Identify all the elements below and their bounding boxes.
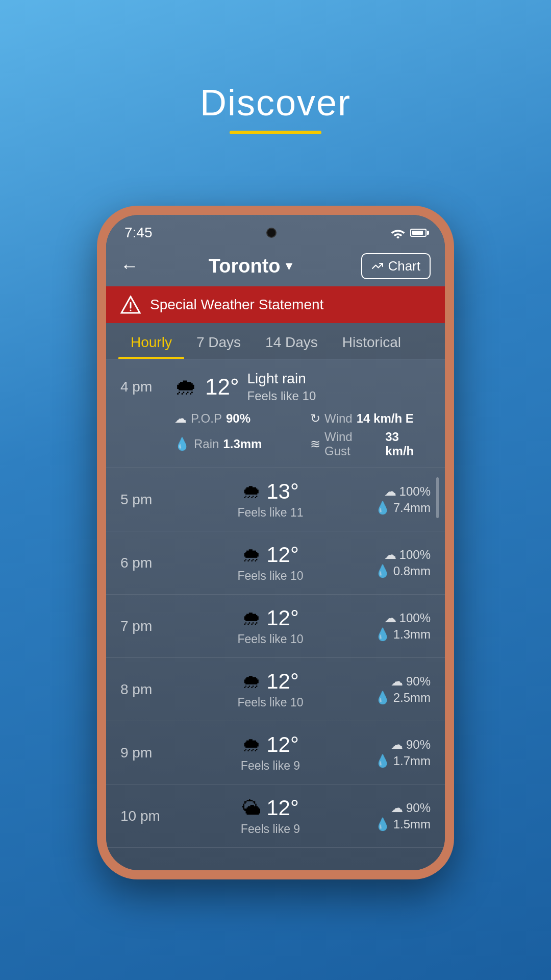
- drop-icon-10pm: 💧: [375, 817, 390, 831]
- weather-list: 4 pm 🌧 12° Light rain Feels like 10 ☁ P.…: [106, 359, 445, 870]
- temp-8pm: 12°: [266, 669, 299, 694]
- cloud-icon-8pm: ☁: [391, 674, 403, 689]
- city-selector[interactable]: Toronto ▾: [209, 255, 292, 277]
- temp-10pm: 12°: [266, 796, 299, 820]
- app-header: ← Toronto ▾ Chart: [106, 246, 445, 286]
- detail-rain: 💧 Rain 1.3mm: [174, 430, 295, 458]
- detail-wind: ↻ Wind 14 km/h E: [310, 411, 431, 426]
- right-9pm: ☁ 90% 💧 1.7mm: [369, 738, 431, 768]
- svg-point-0: [397, 236, 399, 238]
- weather-item-4pm[interactable]: 4 pm 🌧 12° Light rain Feels like 10 ☁ P.…: [106, 359, 445, 468]
- alert-banner[interactable]: Special Weather Statement: [106, 286, 445, 323]
- time-4pm: 4 pm: [120, 379, 166, 395]
- time-9pm: 9 pm: [120, 745, 171, 761]
- center-10pm: 🌥 12° Feels like 9: [171, 796, 369, 836]
- right-6pm: ☁ 100% 💧 0.8mm: [369, 548, 431, 578]
- cloud-small-icon: ☁: [174, 411, 187, 426]
- chart-label: Chart: [388, 258, 420, 274]
- weather-item-9pm[interactable]: 9 pm 🌧 12° Feels like 9 ☁ 90% 💧 1.: [106, 721, 445, 785]
- status-icons: [391, 227, 427, 238]
- drop-icon-5pm: 💧: [375, 501, 390, 515]
- chart-icon: [371, 260, 384, 272]
- feels-9pm: Feels like 9: [241, 759, 300, 773]
- wifi-icon: [391, 227, 405, 238]
- center-6pm: 🌧 12° Feels like 10: [171, 543, 369, 583]
- detail-pop: ☁ P.O.P 90%: [174, 411, 295, 426]
- time-5pm: 5 pm: [120, 492, 171, 508]
- temp-5pm: 13°: [266, 479, 299, 504]
- temp-9pm: 12°: [266, 732, 299, 757]
- weather-item-7pm[interactable]: 7 pm 🌧 12° Feels like 10 ☁ 100% 💧: [106, 595, 445, 658]
- drop-icon-6pm: 💧: [375, 564, 390, 578]
- temp-4pm: 12°: [205, 374, 239, 400]
- rain-val-8pm: 2.5mm: [393, 691, 431, 705]
- temp-7pm: 12°: [266, 606, 299, 630]
- camera-notch: [266, 228, 277, 238]
- center-5pm: 🌧 13° Feels like 11: [171, 479, 369, 520]
- feels-7pm: Feels like 10: [237, 632, 303, 646]
- title-underline: [230, 131, 321, 134]
- raindrop-icon: 💧: [174, 437, 190, 451]
- svg-point-2: [130, 310, 132, 311]
- right-7pm: ☁ 100% 💧 1.3mm: [369, 611, 431, 642]
- cloud-icon-6pm: ☁: [384, 548, 396, 562]
- right-8pm: ☁ 90% 💧 2.5mm: [369, 674, 431, 705]
- center-8pm: 🌧 12° Feels like 10: [171, 669, 369, 709]
- battery-icon: [410, 229, 427, 237]
- weather-item-10pm[interactable]: 10 pm 🌥 12° Feels like 9 ☁ 90% 💧 1: [106, 785, 445, 848]
- page-title-section: Discover: [200, 82, 351, 134]
- weather-item-5pm[interactable]: 5 pm 🌧 13° Feels like 11 ☁ 100% 💧: [106, 468, 445, 531]
- rain-val-5pm: 7.4mm: [393, 501, 431, 515]
- icon-8pm: 🌧: [242, 671, 261, 693]
- weather-item-8pm[interactable]: 8 pm 🌧 12° Feels like 10 ☁ 90% 💧 2: [106, 658, 445, 721]
- weather-item-6pm[interactable]: 6 pm 🌧 12° Feels like 10 ☁ 100% 💧: [106, 531, 445, 595]
- pop-val-7pm: 100%: [399, 611, 431, 625]
- pop-val-5pm: 100%: [399, 484, 431, 499]
- temp-6pm: 12°: [266, 543, 299, 567]
- chart-button[interactable]: Chart: [361, 253, 431, 279]
- cloud-icon-5pm: ☁: [384, 484, 396, 499]
- feels-10pm: Feels like 9: [241, 822, 300, 836]
- icon-6pm: 🌧: [242, 544, 261, 566]
- battery-fill: [412, 231, 423, 235]
- drop-icon-8pm: 💧: [375, 691, 390, 705]
- icon-10pm: 🌥: [242, 797, 261, 819]
- feels-4pm: Feels like 10: [247, 389, 431, 403]
- city-label: Toronto: [209, 255, 281, 277]
- alert-text: Special Weather Statement: [150, 297, 323, 313]
- rain-val-6pm: 0.8mm: [393, 564, 431, 578]
- feels-8pm: Feels like 10: [237, 696, 303, 709]
- tab-14days[interactable]: 14 Days: [253, 323, 330, 359]
- status-bar: 7:45: [106, 215, 445, 246]
- drop-icon-7pm: 💧: [375, 627, 390, 642]
- pop-val-10pm: 90%: [406, 801, 431, 815]
- center-9pm: 🌧 12° Feels like 9: [171, 732, 369, 773]
- tab-7days[interactable]: 7 Days: [184, 323, 253, 359]
- phone-screen: 7:45 ← Toronto ▾: [106, 215, 445, 870]
- weather-details-4pm: ☁ P.O.P 90% ↻ Wind 14 km/h E 💧 Rain 1.3m…: [120, 411, 431, 458]
- feels-5pm: Feels like 11: [237, 506, 303, 520]
- drop-icon-9pm: 💧: [375, 754, 390, 768]
- wind-icon: ↻: [310, 411, 320, 426]
- back-button[interactable]: ←: [120, 257, 139, 275]
- rain-val-7pm: 1.3mm: [393, 627, 431, 642]
- pop-val-8pm: 90%: [406, 674, 431, 689]
- icon-9pm: 🌧: [242, 734, 261, 756]
- weather-icon-4pm: 🌧: [174, 374, 197, 400]
- rain-val-10pm: 1.5mm: [393, 817, 431, 831]
- cloud-icon-9pm: ☁: [391, 738, 403, 752]
- scroll-indicator: [436, 477, 439, 518]
- time-8pm: 8 pm: [120, 681, 171, 698]
- cloud-icon-10pm: ☁: [391, 801, 403, 815]
- tab-hourly[interactable]: Hourly: [118, 323, 184, 359]
- icon-7pm: 🌧: [242, 607, 261, 629]
- time-10pm: 10 pm: [120, 808, 171, 824]
- center-7pm: 🌧 12° Feels like 10: [171, 606, 369, 646]
- feels-6pm: Feels like 10: [237, 569, 303, 583]
- cloud-icon-7pm: ☁: [384, 611, 396, 625]
- tab-historical[interactable]: Historical: [330, 323, 413, 359]
- desc-4pm: Light rain: [247, 371, 431, 387]
- pop-val-9pm: 90%: [406, 738, 431, 752]
- alert-icon: [120, 296, 141, 314]
- phone-shell: 7:45 ← Toronto ▾: [97, 206, 454, 879]
